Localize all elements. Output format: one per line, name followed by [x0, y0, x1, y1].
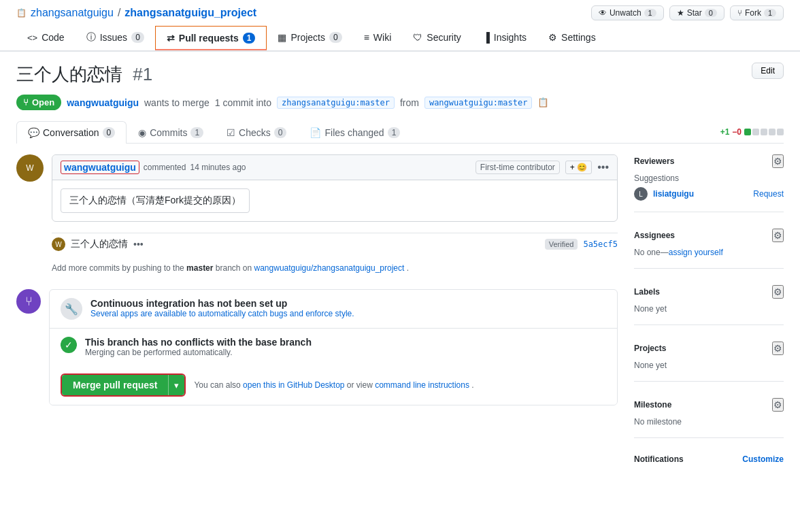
push-info: Add more commits by pushing to the maste…: [52, 263, 618, 273]
assignees-gear[interactable]: ⚙: [772, 229, 784, 242]
customize-notifications-link[interactable]: Customize: [742, 454, 784, 464]
diff-additions: +1: [720, 127, 730, 137]
merge-button-group: Merge pull request ▾: [61, 373, 186, 397]
sub-tab-files-changed[interactable]: 📄 Files changed 1: [298, 121, 412, 144]
verified-badge: Verified: [545, 239, 578, 250]
pr-status-text: Open: [32, 97, 54, 107]
commits-count: 1: [190, 127, 203, 138]
assign-yourself-link[interactable]: assign yourself: [669, 248, 723, 257]
projects-count: 0: [329, 32, 342, 43]
tab-wiki-label: Wiki: [373, 32, 391, 43]
code-icon: <>: [27, 33, 37, 43]
comment-author-link[interactable]: wangwuatguigu: [61, 161, 139, 174]
copy-branch-icon[interactable]: 📋: [537, 97, 549, 107]
diff-block-5: [777, 129, 784, 135]
files-icon: 📄: [310, 127, 321, 138]
fork-icon: ⑂: [737, 8, 742, 18]
repo-owner-link[interactable]: zhangsanatguigu: [31, 7, 114, 19]
projects-gear[interactable]: ⚙: [772, 342, 784, 355]
comment-time: 14 minutes ago: [190, 163, 246, 172]
more-options-button[interactable]: •••: [597, 161, 609, 173]
base-branch-tag[interactable]: zhangsanatguigu:master: [277, 97, 395, 109]
ci-desc-link[interactable]: Several apps are available to automatica…: [90, 309, 354, 318]
sub-tab-checks[interactable]: ☑ Checks 0: [215, 121, 298, 144]
diff-blocks: [744, 129, 784, 135]
merge-github-desktop-link[interactable]: open this in GitHub Desktop: [243, 380, 347, 390]
conversation-count: 0: [103, 127, 116, 138]
comment-action: commented: [144, 163, 186, 172]
star-button[interactable]: ★ Star 0: [669, 5, 724, 20]
react-button[interactable]: + 😊: [565, 161, 592, 174]
tab-settings[interactable]: ⚙ Settings: [537, 26, 607, 50]
tab-insights[interactable]: ▐ Insights: [472, 26, 537, 50]
wiki-icon: ≡: [364, 32, 369, 43]
tab-issues-label: Issues: [100, 32, 127, 43]
merge-hint-suffix: .: [471, 380, 473, 390]
reviewer-name[interactable]: lisiatguigu: [653, 189, 694, 199]
tab-navigation: <> Code ⓘ Issues 0 ⇄ Pull requests 1 ▦ P…: [5, 26, 795, 50]
star-count: 0: [705, 9, 717, 17]
star-label: Star: [687, 8, 702, 18]
conversation-label: Conversation: [43, 127, 99, 138]
tab-issues[interactable]: ⓘ Issues 0: [76, 26, 155, 50]
tab-wiki[interactable]: ≡ Wiki: [353, 26, 403, 50]
sub-tab-commits[interactable]: ◉ Commits 1: [127, 121, 215, 144]
tab-projects-label: Projects: [290, 32, 325, 43]
fork-label: Fork: [745, 8, 761, 18]
fork-button[interactable]: ⑂ Fork 1: [730, 5, 784, 20]
ci-title: Continuous integration has not been set …: [90, 298, 354, 309]
edit-button[interactable]: Edit: [752, 63, 784, 79]
commit-more-button[interactable]: •••: [133, 239, 144, 250]
projects-sidebar-title: Projects: [634, 344, 666, 353]
repo-actions: 👁 Unwatch 1 ★ Star 0 ⑂ Fork 1: [591, 5, 784, 20]
files-count: 1: [388, 127, 401, 138]
tab-projects[interactable]: ▦ Projects 0: [267, 26, 352, 50]
tab-code[interactable]: <> Code: [16, 26, 76, 50]
diff-block-2: [752, 129, 759, 135]
commits-icon: ◉: [138, 127, 146, 138]
no-conflict-desc: Merging can be performed automatically.: [85, 348, 312, 357]
commits-label: Commits: [150, 127, 187, 138]
tab-insights-label: Insights: [494, 32, 527, 43]
push-repo-link[interactable]: wangwuatguigu/zhangsanatguigu_project: [254, 263, 405, 273]
pr-author-link[interactable]: wangwuatguigu: [67, 97, 139, 108]
push-middle: branch on: [216, 263, 254, 273]
merge-cli-link[interactable]: command line instructions: [375, 380, 469, 390]
merge-icon-badge: ⑂: [16, 289, 41, 314]
labels-gear[interactable]: ⚙: [772, 285, 784, 299]
projects-icon: ▦: [278, 32, 286, 43]
pr-count: 1: [243, 33, 256, 44]
issues-count: 0: [131, 32, 144, 43]
head-branch-tag[interactable]: wangwuatguigu:master: [424, 97, 533, 109]
milestone-gear[interactable]: ⚙: [772, 398, 784, 412]
commit-message: 三个人的恋情: [71, 238, 128, 250]
merge-hint-prefix: You can also: [194, 380, 240, 390]
unwatch-button[interactable]: 👁 Unwatch 1: [591, 5, 664, 20]
labels-value: None yet: [634, 304, 784, 314]
checks-label: Checks: [239, 127, 271, 138]
tab-pull-requests[interactable]: ⇄ Pull requests 1: [155, 26, 267, 50]
diff-block-4: [769, 129, 776, 135]
no-conflict-title: This branch has no conflicts with the ba…: [85, 337, 312, 348]
tab-settings-label: Settings: [561, 32, 596, 43]
merge-pull-request-button[interactable]: Merge pull request: [62, 375, 168, 395]
no-assignee-text: No one—: [634, 248, 669, 257]
merge-dropdown-button[interactable]: ▾: [168, 375, 184, 395]
reviewer-avatar: L: [634, 187, 648, 201]
assignees-value: No one—assign yourself: [634, 248, 784, 257]
sub-tab-conversation[interactable]: 💬 Conversation 0: [16, 121, 127, 144]
push-branch: master: [186, 263, 213, 273]
tab-security[interactable]: 🛡 Security: [402, 26, 472, 50]
commit-sha[interactable]: 5a5ecf5: [583, 239, 618, 249]
repo-name-link[interactable]: zhangsanatguigu_project: [124, 7, 256, 19]
files-label: Files changed: [324, 127, 384, 138]
contributor-badge: First-time contributor: [476, 161, 560, 174]
commit-author-avatar: W: [52, 237, 65, 251]
reviewers-gear[interactable]: ⚙: [772, 154, 784, 168]
unwatch-label: Unwatch: [610, 8, 641, 18]
diff-block-1: [744, 129, 751, 135]
from-text: from: [400, 97, 419, 108]
repo-icon: 📋: [16, 8, 27, 18]
request-review-link[interactable]: Request: [753, 189, 784, 199]
diff-deletions: −0: [732, 127, 741, 137]
